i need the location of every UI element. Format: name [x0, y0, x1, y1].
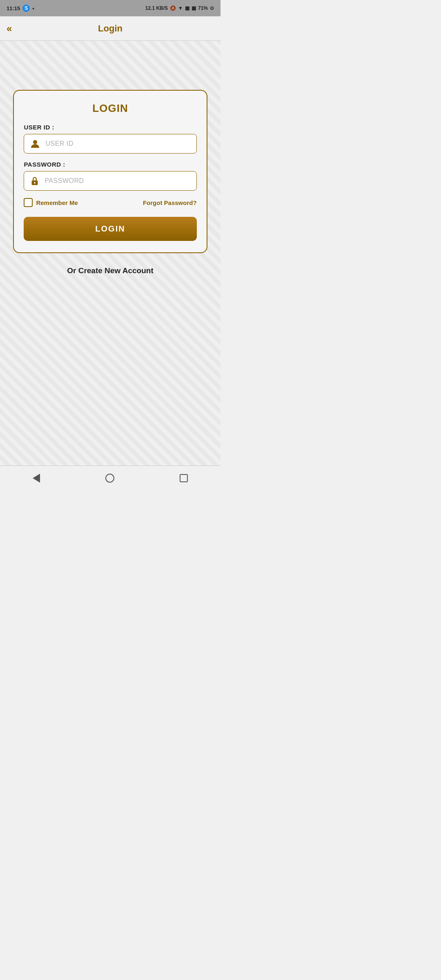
bottom-nav [0, 466, 220, 490]
recents-square-icon [180, 474, 188, 482]
main-content: LOGIN USER ID : PASSWORD : Remember Me [0, 41, 220, 275]
bell-icon: 🔕 [170, 5, 176, 11]
status-bar-left: 11:15 S • [7, 4, 34, 12]
userid-input-wrapper [24, 134, 196, 154]
svg-point-2 [34, 182, 36, 184]
login-button[interactable]: LOGIN [24, 217, 196, 241]
skype-icon: S [22, 4, 30, 12]
status-time: 11:15 [7, 5, 20, 11]
back-triangle-icon [33, 474, 40, 483]
options-row: Remember Me Forgot Password? [24, 198, 196, 207]
nav-recents-button[interactable] [180, 474, 188, 482]
svg-point-0 [33, 140, 37, 144]
signal-icon: ▩ [185, 5, 189, 11]
password-input[interactable] [45, 177, 190, 185]
dot-indicator: • [32, 5, 34, 11]
back-button[interactable]: « [7, 23, 12, 34]
password-label: PASSWORD : [24, 161, 196, 168]
nav-back-button[interactable] [33, 474, 40, 483]
top-nav: « Login [0, 16, 220, 41]
forgot-password-link[interactable]: Forgot Password? [143, 199, 197, 206]
remember-me-label: Remember Me [36, 199, 78, 206]
battery-level: 71% [198, 5, 208, 11]
battery-icon: ⊙ [210, 5, 214, 11]
wifi-icon: ▼ [178, 5, 183, 11]
status-bar-right: 12.1 KB/S 🔕 ▼ ▩ ▩ 71% ⊙ [145, 5, 214, 11]
userid-label: USER ID : [24, 124, 196, 131]
nav-home-button[interactable] [105, 474, 114, 483]
person-icon [30, 138, 40, 149]
remember-me-row[interactable]: Remember Me [24, 198, 78, 207]
card-title: LOGIN [24, 102, 196, 115]
remember-me-checkbox[interactable] [24, 198, 33, 207]
home-circle-icon [105, 474, 114, 483]
lock-icon [30, 176, 40, 186]
create-account-text[interactable]: Or Create New Account [67, 266, 154, 275]
password-input-wrapper [24, 171, 196, 191]
status-bar: 11:15 S • 12.1 KB/S 🔕 ▼ ▩ ▩ 71% ⊙ [0, 0, 220, 16]
page-title: Login [98, 23, 122, 34]
network-speed: 12.1 KB/S [145, 5, 168, 11]
signal-icon2: ▩ [192, 5, 196, 11]
login-card: LOGIN USER ID : PASSWORD : Remember Me [13, 90, 207, 253]
userid-input[interactable] [45, 140, 190, 147]
